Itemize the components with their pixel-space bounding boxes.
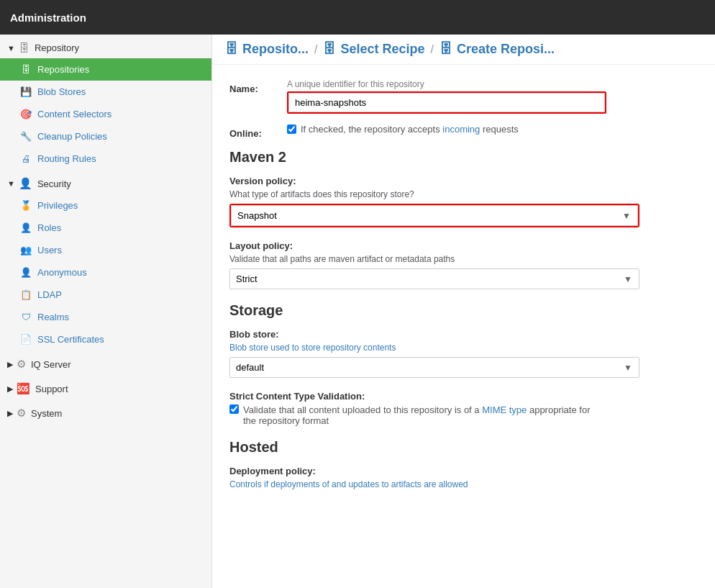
bc2-icon: 🗄 [323, 42, 336, 57]
sidebar-item-content-selectors-label: Content Selectors [37, 109, 111, 119]
anonymous-icon: 👤 [20, 267, 32, 278]
sidebar-item-anonymous-label: Anonymous [37, 267, 87, 278]
deployment-policy-section: Deployment policy: Controls if deploymen… [229, 466, 698, 489]
blob-store-label: Blob store: [229, 329, 698, 340]
breadcrumb-item-2[interactable]: 🗄 Select Recipe [323, 42, 424, 57]
deployment-policy-label: Deployment policy: [229, 466, 698, 476]
sidebar-item-repositories[interactable]: 🗄 Repositories [0, 58, 211, 81]
realms-icon: 🛡 [20, 312, 32, 322]
bc-sep-2: / [431, 43, 434, 56]
sidebar-item-anonymous[interactable]: 👤 Anonymous [0, 261, 211, 284]
breadcrumb-item-3[interactable]: 🗄 Create Reposi... [440, 42, 555, 57]
online-label: Online: [229, 124, 287, 139]
repository-arrow-icon: ▼ [7, 44, 15, 53]
blob-store-wrapper: default ▼ [229, 357, 639, 378]
strict-validation-checkbox-row: Validate that all content uploaded to th… [229, 404, 698, 426]
sidebar-section-system[interactable]: ▶ ⚙ System [0, 399, 211, 424]
blob-stores-icon: 💾 [20, 86, 32, 97]
iq-icon: ⚙ [17, 358, 26, 371]
sidebar-section-security[interactable]: ▼ 👤 Security [0, 170, 211, 194]
online-hint: If checked, the repository accepts incom… [301, 124, 519, 135]
name-hint: A unique identifier for this repository [287, 79, 698, 89]
form-body: Name: A unique identifier for this repos… [212, 65, 715, 517]
security-section-icon: 👤 [19, 177, 32, 190]
cleanup-policies-icon: 🔧 [20, 131, 32, 142]
sidebar-item-routing-rules[interactable]: 🖨 Routing Rules [0, 148, 211, 170]
online-checkbox[interactable] [287, 125, 296, 134]
strict-validation-checkbox[interactable] [229, 404, 239, 414]
sidebar-item-privileges-label: Privileges [37, 200, 78, 211]
system-arrow-icon: ▶ [7, 409, 13, 418]
repository-section-label: Repository [35, 42, 79, 53]
bc1-icon: 🗄 [225, 42, 238, 57]
sidebar-item-roles[interactable]: 👤 Roles [0, 217, 211, 239]
sidebar-item-content-selectors[interactable]: 🎯 Content Selectors [0, 103, 211, 125]
blob-store-hint: Blob store used to store repository cont… [229, 343, 698, 353]
name-input[interactable] [288, 93, 605, 112]
sidebar-item-ldap[interactable]: 📋 LDAP [0, 284, 211, 306]
online-hint-link[interactable]: incoming [442, 124, 480, 135]
version-policy-select[interactable]: Release Snapshot Mixed [231, 205, 638, 226]
layout-policy-wrapper: Strict Permissive ▼ [229, 268, 639, 289]
strict-validation-label: Strict Content Type Validation: [229, 391, 698, 402]
sidebar-item-realms[interactable]: 🛡 Realms [0, 306, 211, 328]
sidebar-item-cleanup-policies[interactable]: 🔧 Cleanup Policies [0, 125, 211, 148]
blob-store-select[interactable]: default [229, 357, 639, 378]
name-input-wrapper [287, 91, 606, 114]
breadcrumb: 🗄 Reposito... / 🗄 Select Recipe / 🗄 Crea… [212, 35, 715, 65]
sidebar-section-support[interactable]: ▶ 🆘 Support [0, 375, 211, 399]
sidebar-item-ssl-certificates-label: SSL Certificates [37, 334, 104, 345]
sidebar-item-users[interactable]: 👥 Users [0, 239, 211, 261]
breadcrumb-item-1[interactable]: 🗄 Reposito... [225, 42, 309, 57]
bc1-label: Reposito... [242, 42, 309, 57]
users-icon: 👥 [20, 245, 32, 255]
sidebar-item-blob-stores[interactable]: 💾 Blob Stores [0, 81, 211, 103]
name-label: Name: [229, 79, 287, 94]
routing-rules-icon: 🖨 [20, 153, 32, 164]
sidebar-item-users-label: Users [37, 245, 62, 255]
top-bar: Administration [0, 0, 715, 35]
maven-section-title: Maven 2 [229, 149, 698, 166]
sidebar-item-blob-stores-label: Blob Stores [37, 86, 86, 97]
sidebar-item-roles-label: Roles [37, 222, 61, 233]
strict-validation-hint: Validate that all content uploaded to th… [243, 404, 590, 426]
repositories-icon: 🗄 [20, 64, 32, 75]
content-selectors-icon: 🎯 [20, 109, 32, 119]
system-section-label: System [31, 408, 62, 419]
repository-section-icon: 🗄 [19, 42, 29, 54]
strict-validation-section: Strict Content Type Validation: Validate… [229, 391, 698, 426]
sidebar-item-realms-label: Realms [37, 312, 69, 322]
privileges-icon: 🏅 [20, 200, 32, 211]
bc3-label: Create Reposi... [457, 42, 555, 57]
roles-icon: 👤 [20, 222, 32, 233]
sidebar-item-routing-rules-label: Routing Rules [37, 153, 96, 164]
ldap-icon: 📋 [20, 289, 32, 300]
name-row: Name: A unique identifier for this repos… [229, 79, 698, 114]
support-icon: 🆘 [17, 382, 30, 395]
version-policy-section: Version policy: What type of artifacts d… [229, 176, 698, 227]
iq-server-label: IQ Server [31, 359, 71, 370]
name-field: A unique identifier for this repository [287, 79, 698, 114]
sidebar-section-iq-server[interactable]: ▶ ⚙ IQ Server [0, 350, 211, 375]
blob-store-section: Blob store: Blob store used to store rep… [229, 329, 698, 378]
layout-policy-select[interactable]: Strict Permissive [229, 268, 639, 289]
bc3-icon: 🗄 [440, 42, 452, 57]
ssl-icon: 📄 [20, 334, 32, 345]
online-row: Online: If checked, the repository accep… [229, 124, 698, 139]
iq-arrow-icon: ▶ [7, 360, 13, 369]
bc2-label: Select Recipe [340, 42, 424, 57]
sidebar-item-ldap-label: LDAP [37, 289, 62, 300]
bc-sep-1: / [314, 43, 317, 56]
version-policy-wrapper: Release Snapshot Mixed ▼ [229, 204, 639, 227]
sidebar-item-ssl-certificates[interactable]: 📄 SSL Certificates [0, 328, 211, 350]
deployment-policy-hint: Controls if deployments of and updates t… [229, 479, 698, 489]
layout-policy-section: Layout policy: Validate that all paths a… [229, 240, 698, 289]
sidebar-item-cleanup-policies-label: Cleanup Policies [37, 131, 107, 142]
hosted-section-title: Hosted [229, 439, 698, 456]
sidebar-item-privileges[interactable]: 🏅 Privileges [0, 194, 211, 217]
version-policy-hint: What type of artifacts does this reposit… [229, 189, 698, 199]
online-checkbox-row: If checked, the repository accepts incom… [287, 124, 698, 135]
storage-section-title: Storage [229, 302, 698, 319]
mime-type-link[interactable]: MIME type [482, 404, 527, 415]
sidebar-section-repository[interactable]: ▼ 🗄 Repository [0, 35, 211, 58]
